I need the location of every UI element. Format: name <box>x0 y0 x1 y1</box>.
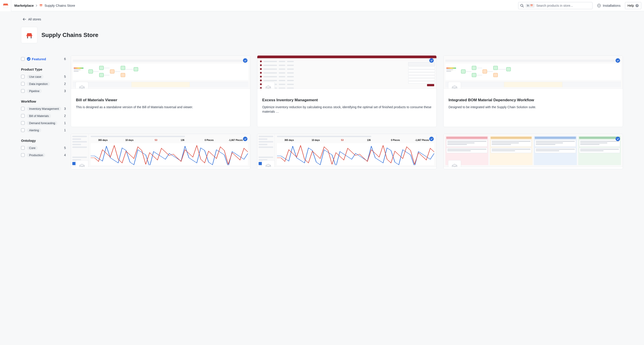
filter-count: 1 <box>64 121 66 125</box>
search-scope-pill[interactable]: In <box>526 4 534 8</box>
thumb-dashboard-preview: 365 days 10 days 53 136 0 Pieces -1,667 … <box>71 134 250 167</box>
product-thumbnail: 365 days 10 days 53 136 0 Pieces -1,667 … <box>257 134 436 167</box>
svg-line-3 <box>523 6 524 7</box>
filter-chip: Pipeline <box>27 89 42 93</box>
globe-icon <box>597 4 601 8</box>
chevron-right-icon <box>36 4 38 8</box>
product-title: Excess Inventory Management <box>262 98 432 103</box>
checkbox[interactable] <box>21 128 25 132</box>
product-card[interactable]: Excess Inventory Management Optimize inv… <box>257 55 437 127</box>
featured-badge-icon <box>429 58 434 63</box>
package-icon <box>265 163 272 167</box>
store-icon <box>530 4 533 7</box>
checkbox[interactable] <box>21 89 25 93</box>
help-label: Help <box>628 4 634 8</box>
featured-badge-icon <box>616 137 620 141</box>
checkbox[interactable] <box>21 146 25 150</box>
filter-row[interactable]: Production 4 <box>21 151 66 159</box>
filter-count: 2 <box>64 114 66 118</box>
product-type-icon <box>262 82 275 89</box>
checkbox[interactable] <box>21 121 25 125</box>
product-card[interactable] <box>443 134 623 169</box>
search-box[interactable]: In <box>518 2 592 9</box>
checkbox[interactable] <box>21 107 25 110</box>
product-description: Optimize inventory reduction by calculat… <box>262 105 432 114</box>
page-title: Supply Chains Store <box>42 32 98 39</box>
svg-point-14 <box>27 37 28 38</box>
breadcrumb-leaf[interactable]: Supply Chains Store <box>44 4 75 8</box>
filter-count: 5 <box>64 75 66 78</box>
product-thumbnail <box>71 56 250 89</box>
search-icon <box>520 4 524 8</box>
filter-row[interactable]: Bill of Materials 2 <box>21 112 66 119</box>
filter-group-title: Ontology <box>21 139 66 143</box>
filter-row[interactable]: Inventory Management 3 <box>21 105 66 112</box>
product-thumbnail <box>444 56 623 89</box>
checkbox[interactable] <box>21 57 25 61</box>
product-card-body: Excess Inventory Management Optimize inv… <box>257 89 436 127</box>
filter-featured[interactable]: Featured 6 <box>21 55 66 63</box>
product-type-icon <box>76 160 88 167</box>
filter-row[interactable]: Data ingestion 2 <box>21 80 66 87</box>
thumb-dashboard-preview: 365 days 10 days 53 136 0 Pieces -1,667 … <box>257 134 436 167</box>
product-description: This is designed as a standalone version… <box>76 105 245 109</box>
filter-count: 3 <box>64 89 66 93</box>
breadcrumb-root[interactable]: Marketplace <box>14 4 34 8</box>
product-grid: Bill of Materials Viewer This is designe… <box>71 55 623 169</box>
product-type-icon <box>76 82 88 89</box>
featured-badge-icon <box>616 58 620 63</box>
filter-count: 3 <box>64 107 66 110</box>
product-thumbnail <box>444 134 623 167</box>
filter-count: 5 <box>64 146 66 150</box>
filter-count: 2 <box>64 82 66 86</box>
filter-chip: Inventory Management <box>27 107 61 111</box>
installations-link[interactable]: Installations <box>597 4 620 8</box>
featured-badge-icon <box>243 58 248 63</box>
checkbox[interactable] <box>21 114 25 118</box>
checkbox[interactable] <box>21 75 25 78</box>
product-thumbnail <box>257 56 436 89</box>
filter-group-title: Workflow <box>21 100 66 103</box>
product-type-icon <box>262 160 275 167</box>
svg-rect-1 <box>40 5 42 7</box>
featured-badge-icon <box>27 57 30 61</box>
product-card[interactable]: Integrated BOM Material Dependency Workf… <box>443 55 623 127</box>
filter-row[interactable]: Core 5 <box>21 144 66 151</box>
package-icon <box>78 163 85 167</box>
search-input[interactable] <box>536 4 590 8</box>
store-icon-tile <box>21 27 38 43</box>
supply-chain-icon <box>26 32 33 39</box>
product-card-body: Integrated BOM Material Dependency Workf… <box>444 89 623 127</box>
filter-row[interactable]: Alerting 1 <box>21 127 66 134</box>
thumb-flow-preview <box>71 58 250 89</box>
product-type-icon <box>448 82 461 89</box>
product-card[interactable]: 365 days 10 days 53 136 0 Pieces -1,667 … <box>71 134 250 169</box>
svg-rect-0 <box>3 5 8 8</box>
filter-count: 4 <box>64 153 66 157</box>
arrow-left-icon <box>23 18 26 21</box>
svg-point-15 <box>30 37 32 38</box>
product-card[interactable]: Bill of Materials Viewer This is designe… <box>71 55 250 127</box>
product-description: Designed to be integrated with the Suppl… <box>448 105 618 109</box>
filter-chip: Core <box>27 146 38 150</box>
filters-sidebar: Featured 6 Product Type Use case 5 Data … <box>21 55 66 159</box>
filter-row[interactable]: Use case 5 <box>21 73 66 80</box>
filter-row[interactable]: Demand forecasting 1 <box>21 119 66 127</box>
thumb-table-preview <box>257 56 436 89</box>
help-button[interactable]: Help ? <box>625 2 641 9</box>
package-icon <box>265 85 272 89</box>
checkbox[interactable] <box>21 153 25 157</box>
filter-chip: Production <box>27 153 45 157</box>
installations-label: Installations <box>603 4 620 8</box>
app-header: Marketplace Supply Chains Store In <box>0 0 644 11</box>
filter-count: 1 <box>64 128 66 132</box>
product-card[interactable]: 365 days 10 days 53 136 0 Pieces -1,667 … <box>257 134 437 169</box>
checkbox[interactable] <box>21 82 25 86</box>
thumb-kanban-preview <box>444 134 623 167</box>
filter-chip: Bill of Materials <box>27 114 51 118</box>
app-logo[interactable] <box>0 0 11 11</box>
filter-chip: Use case <box>27 75 44 79</box>
back-to-all-stores[interactable]: All stores <box>23 18 623 21</box>
store-icon <box>39 4 43 7</box>
filter-row[interactable]: Pipeline 3 <box>21 87 66 95</box>
